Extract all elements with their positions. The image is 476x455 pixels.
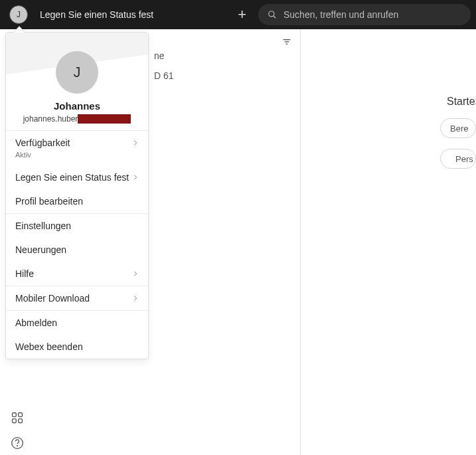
svg-point-0 — [269, 11, 274, 17]
menu-item-signout[interactable]: Abmelden — [6, 311, 148, 335]
search-icon — [268, 10, 277, 19]
svg-point-7 — [17, 446, 17, 446]
menu-label: Verfügbarkeit — [15, 137, 70, 148]
chevron-right-icon — [132, 293, 139, 304]
chevron-right-icon — [132, 172, 139, 183]
menu-item-settings[interactable]: Einstellungen — [6, 214, 148, 238]
avatar-large[interactable]: J — [56, 51, 98, 94]
svg-rect-2 — [12, 413, 16, 417]
right-heading: Starten S — [447, 96, 476, 108]
filter-icon — [281, 37, 292, 47]
avatar-initial: J — [17, 10, 21, 19]
menu-label: Einstellungen — [15, 221, 71, 231]
top-bar: J Legen Sie einen Status fest + Suchen, … — [0, 0, 476, 29]
chevron-right-icon — [132, 137, 139, 148]
svg-line-1 — [274, 16, 276, 19]
help-icon[interactable] — [11, 436, 24, 450]
menu-label: Mobiler Download — [15, 293, 90, 304]
menu-item-help[interactable]: Hilfe — [6, 262, 148, 286]
menu-item-edit-profile[interactable]: Profil bearbeiten — [6, 189, 148, 213]
menu-label: Legen Sie einen Status fest — [15, 172, 129, 183]
chevron-right-icon — [132, 268, 139, 279]
menu-item-mobile-download[interactable]: Mobiler Download — [6, 286, 148, 310]
user-email: johannes.huber — [23, 114, 131, 124]
availability-status: Aktiv — [15, 151, 31, 159]
menu-item-whatsnew[interactable]: Neuerungen — [6, 238, 148, 262]
menu-label: Neuerungen — [15, 244, 66, 255]
filter-button[interactable] — [281, 37, 292, 49]
pill-button-1[interactable]: Bere — [440, 118, 476, 138]
svg-rect-5 — [18, 419, 22, 423]
right-pane: Starten S Bere Pers — [301, 29, 476, 455]
set-status-link[interactable]: Legen Sie einen Status fest — [40, 9, 153, 20]
search-input[interactable]: Suchen, treffen und anrufen — [258, 4, 471, 25]
apps-icon[interactable] — [11, 411, 24, 424]
menu-item-set-status[interactable]: Legen Sie einen Status fest — [6, 165, 148, 189]
pill-label-2: Pers — [455, 154, 473, 164]
email-prefix: johannes.huber — [23, 114, 78, 124]
menu-label: Hilfe — [15, 268, 34, 279]
menu-label: Webex beenden — [15, 341, 83, 352]
menu-label: Profil bearbeiten — [15, 196, 83, 207]
svg-rect-3 — [18, 413, 22, 417]
email-redacted — [78, 114, 131, 124]
profile-menu: J Johannes johannes.huber Verfügbarkeit … — [5, 32, 149, 359]
menu-label: Abmelden — [15, 318, 57, 328]
search-placeholder: Suchen, treffen und anrufen — [283, 9, 398, 20]
pill-label-1: Bere — [450, 124, 468, 134]
username: Johannes — [54, 100, 100, 112]
pill-button-2[interactable]: Pers — [440, 149, 476, 169]
menu-item-availability[interactable]: Verfügbarkeit Aktiv — [6, 131, 148, 165]
avatar-large-initial: J — [74, 64, 81, 81]
avatar-button[interactable]: J — [9, 5, 28, 24]
plus-button[interactable]: + — [238, 6, 246, 23]
svg-rect-4 — [12, 419, 16, 423]
menu-item-quit[interactable]: Webex beenden — [6, 335, 148, 359]
menu-header: J Johannes johannes.huber — [6, 33, 148, 131]
partial-text-1: ne — [154, 50, 300, 61]
partial-text-2: D 61 — [154, 70, 300, 81]
